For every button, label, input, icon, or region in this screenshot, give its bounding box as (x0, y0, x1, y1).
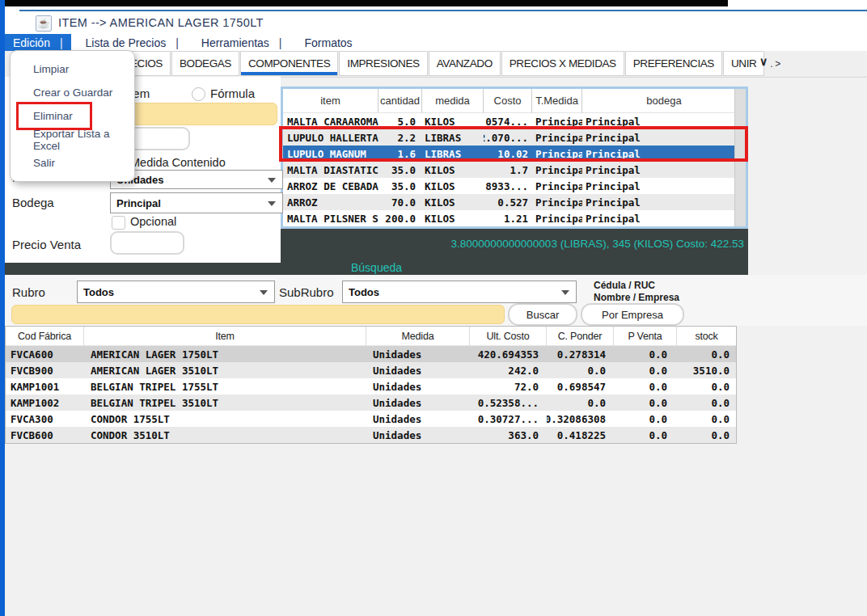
results-table-header: Cod Fábrica Item Medida Ult. Costo C. Po… (6, 327, 736, 346)
menu-item[interactable]: Eliminar (11, 104, 134, 128)
column-header[interactable]: Costo (484, 89, 532, 113)
cell-costo: 10.02 (484, 146, 532, 162)
menu-item[interactable]: Crear o Guardar (11, 81, 134, 104)
cell-cod-fabrica: KAMP1002 (6, 394, 84, 411)
menubar-item[interactable]: Lista de Precios | (78, 34, 187, 51)
tab[interactable]: BODEGAS (171, 51, 239, 76)
precio-venta-input[interactable] (110, 231, 184, 255)
table-row[interactable]: FVCA600 AMERICAN LAGER 1750LT Unidades 4… (6, 346, 736, 362)
table-row[interactable]: MALTA DIASTATIC... 35.0 KILOS 1.7 Princi… (283, 162, 735, 178)
column-header[interactable]: cantidad (379, 89, 422, 113)
cell-c-ponder: 0.32086308 (547, 411, 614, 427)
table-row[interactable]: MALTA CARAAROMA... 5.0 KILOS 2.0574... P… (283, 113, 735, 129)
cell-p-venta: 0.0 (614, 362, 677, 378)
column-header[interactable]: stock (677, 327, 736, 346)
tab[interactable]: UNIR (723, 51, 764, 76)
cell-medida: KILOS (422, 194, 484, 210)
results-table: Cod Fábrica Item Medida Ult. Costo C. Po… (5, 326, 737, 444)
cell-medida: KILOS (422, 113, 484, 129)
cell-p-venta: 0.0 (614, 411, 677, 427)
bodega-select-value: Principal (116, 197, 161, 209)
cell-item: LUPULO MAGNUM (283, 146, 379, 162)
cell-stock: 3510.0 (677, 362, 736, 378)
menu-item[interactable]: Salir (11, 151, 134, 175)
cell-bodega: Principal (582, 194, 735, 210)
column-header[interactable]: bodega (582, 89, 746, 113)
opcional-checkbox[interactable] (112, 216, 125, 230)
cell-ult-costo: 420.694353 (470, 346, 547, 362)
cell-item: ARROZ (283, 194, 379, 210)
table-row[interactable]: ARROZ DE CEBADA 35.0 KILOS 0.8933... Pri… (283, 178, 735, 194)
cell-cantidad: 2.2 (379, 129, 422, 146)
table-row[interactable]: FVCB600 CONDOR 3510LT Unidades 363.0 0.4… (6, 427, 736, 443)
vertical-scrollbar[interactable] (734, 89, 746, 226)
column-header[interactable]: Cod Fábrica (6, 327, 84, 346)
tab[interactable]: IMPRESIONES (339, 51, 427, 76)
dropdown-arrow-icon (268, 201, 276, 206)
menu-item[interactable]: Exportar Lista a Excel (11, 128, 134, 151)
menubar-item[interactable]: Edición | (5, 34, 71, 51)
bodega-select[interactable]: Principal (110, 192, 283, 213)
table-row[interactable]: FVCB900 AMERICAN LAGER 3510LT Unidades 2… (6, 362, 736, 378)
cell-cod-fabrica: FVCA600 (6, 346, 84, 362)
cell-bodega: Principal (582, 113, 735, 129)
cell-cantidad: 5.0 (379, 113, 422, 129)
cell-ult-costo: 363.0 (470, 427, 547, 443)
cell-tmedida: Principal (532, 210, 582, 226)
menubar: Edición | Lista de Precios | Herramienta… (5, 34, 377, 51)
cell-medida: Unidades (366, 427, 470, 443)
menubar-item[interactable]: Formatos (296, 34, 370, 51)
menu-item-label: Limpiar (33, 63, 69, 75)
table-row[interactable]: MALTA PILSNER S... 200.0 KILOS 1.21 Prin… (283, 210, 735, 226)
cell-item: BELGIAN TRIPEL 3510LT (84, 394, 366, 411)
column-header[interactable]: Medida (366, 327, 470, 346)
column-header[interactable]: T.Medida (532, 89, 582, 113)
cell-item: CONDOR 3510LT (84, 427, 366, 443)
menubar-item[interactable]: Herramientas | (193, 34, 290, 51)
column-header[interactable]: Item (84, 327, 366, 346)
rubro-select[interactable]: Todos (77, 281, 275, 303)
subrubro-select[interactable]: Todos (342, 281, 577, 303)
menu-item-label: Eliminar (33, 110, 73, 122)
tabs-overflow-chevron-icon[interactable]: ∨ (759, 55, 768, 68)
column-header[interactable]: C. Ponder (547, 327, 614, 346)
table-row[interactable]: KAMP1001 BELGIAN TRIPEL 1755LT Unidades … (6, 378, 736, 394)
cell-p-venta: 0.0 (614, 378, 677, 394)
column-header[interactable]: medida (422, 89, 484, 113)
left-edge-bar (0, 0, 5, 616)
tab[interactable]: COMPONENTES (240, 51, 338, 76)
rubro-label: Rubro (12, 285, 45, 299)
search-input[interactable] (11, 305, 505, 324)
cell-item: MALTA DIASTATIC... (283, 162, 379, 178)
medida-select[interactable]: Unidades (110, 170, 283, 189)
table-row[interactable]: KAMP1002 BELGIAN TRIPEL 3510LT Unidades … (6, 394, 736, 411)
column-header[interactable]: Ult. Costo (470, 327, 547, 346)
precio-venta-label: Precio Venta (12, 238, 81, 251)
cell-c-ponder: 0.698547 (547, 378, 614, 394)
cell-ult-costo: 72.0 (470, 378, 547, 394)
tab[interactable]: PRECIOS X MEDIDAS (501, 51, 624, 76)
formula-radio[interactable] (192, 87, 205, 101)
java-icon: ☕ (36, 15, 52, 32)
tab[interactable]: AVANZADO (429, 51, 501, 76)
cell-stock: 0.0 (677, 427, 736, 443)
buscar-button[interactable]: Buscar (508, 303, 577, 326)
table-row[interactable]: LUPULO MAGNUM 1.6 LIBRAS 10.02 Principal… (283, 146, 735, 162)
tab[interactable]: PREFERENCIAS (625, 51, 722, 76)
tab[interactable]: . > (765, 51, 785, 76)
menubar-item-label: Herramientas (201, 36, 269, 49)
cell-p-venta: 0.0 (614, 427, 677, 443)
cell-item: ARROZ DE CEBADA (283, 178, 379, 194)
tab-label: AVANZADO (437, 57, 493, 70)
menubar-item-label: Formatos (304, 36, 352, 49)
menubar-separator: | (60, 36, 63, 49)
table-row[interactable]: FVCA300 CONDOR 1755LT Unidades 0.30727..… (6, 411, 736, 427)
por-empresa-button[interactable]: Por Empresa (581, 303, 684, 326)
table-row[interactable]: LUPULO HALLERTA... 2.2 LIBRAS 12.070... … (283, 129, 735, 146)
subrubro-select-value: Todos (349, 286, 379, 298)
menu-item[interactable]: Limpiar (11, 57, 134, 81)
column-header[interactable]: item (283, 89, 379, 113)
cell-cod-fabrica: KAMP1001 (6, 378, 84, 394)
column-header[interactable]: P Venta (614, 327, 677, 346)
table-row[interactable]: ARROZ 70.0 KILOS 0.527 Principal Princip… (283, 194, 735, 210)
